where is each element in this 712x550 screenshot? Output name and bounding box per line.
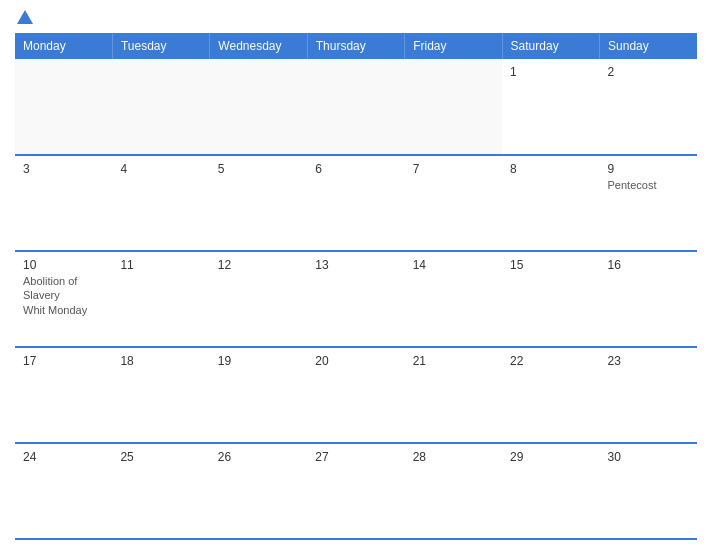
holiday-label: Pentecost bbox=[608, 178, 689, 192]
calendar-cell: 26 bbox=[210, 443, 307, 539]
holiday-label: Abolition of Slavery bbox=[23, 274, 104, 303]
calendar-cell: 10Abolition of Slavery Whit Monday bbox=[15, 251, 112, 347]
day-number: 26 bbox=[218, 450, 299, 464]
weekday-header-monday: Monday bbox=[15, 33, 112, 59]
logo bbox=[15, 10, 33, 25]
calendar-cell: 27 bbox=[307, 443, 404, 539]
day-number: 6 bbox=[315, 162, 396, 176]
day-number: 21 bbox=[413, 354, 494, 368]
calendar-cell: 24 bbox=[15, 443, 112, 539]
day-number: 22 bbox=[510, 354, 591, 368]
calendar-cell: 15 bbox=[502, 251, 599, 347]
day-number: 19 bbox=[218, 354, 299, 368]
weekday-header-thursday: Thursday bbox=[307, 33, 404, 59]
week-row-5: 24252627282930 bbox=[15, 443, 697, 539]
weekday-header-saturday: Saturday bbox=[502, 33, 599, 59]
calendar-cell bbox=[210, 59, 307, 155]
calendar-table: MondayTuesdayWednesdayThursdayFridaySatu… bbox=[15, 33, 697, 540]
calendar-cell: 28 bbox=[405, 443, 502, 539]
calendar-cell: 11 bbox=[112, 251, 209, 347]
day-number: 25 bbox=[120, 450, 201, 464]
calendar-cell: 1 bbox=[502, 59, 599, 155]
calendar-cell: 4 bbox=[112, 155, 209, 251]
calendar-cell: 18 bbox=[112, 347, 209, 443]
day-number: 7 bbox=[413, 162, 494, 176]
calendar-cell bbox=[15, 59, 112, 155]
calendar-cell: 30 bbox=[600, 443, 697, 539]
calendar-cell bbox=[112, 59, 209, 155]
day-number: 18 bbox=[120, 354, 201, 368]
calendar-cell: 29 bbox=[502, 443, 599, 539]
day-number: 3 bbox=[23, 162, 104, 176]
calendar-cell: 23 bbox=[600, 347, 697, 443]
day-number: 14 bbox=[413, 258, 494, 272]
weekday-header-tuesday: Tuesday bbox=[112, 33, 209, 59]
calendar-cell: 25 bbox=[112, 443, 209, 539]
day-number: 5 bbox=[218, 162, 299, 176]
calendar-cell bbox=[405, 59, 502, 155]
day-number: 28 bbox=[413, 450, 494, 464]
calendar-container: MondayTuesdayWednesdayThursdayFridaySatu… bbox=[0, 0, 712, 550]
week-row-4: 17181920212223 bbox=[15, 347, 697, 443]
day-number: 11 bbox=[120, 258, 201, 272]
weekday-header-row: MondayTuesdayWednesdayThursdayFridaySatu… bbox=[15, 33, 697, 59]
day-number: 9 bbox=[608, 162, 689, 176]
holiday-label: Whit Monday bbox=[23, 303, 104, 317]
day-number: 23 bbox=[608, 354, 689, 368]
day-number: 13 bbox=[315, 258, 396, 272]
calendar-cell: 3 bbox=[15, 155, 112, 251]
weekday-header-sunday: Sunday bbox=[600, 33, 697, 59]
calendar-cell bbox=[307, 59, 404, 155]
calendar-cell: 21 bbox=[405, 347, 502, 443]
weekday-header-wednesday: Wednesday bbox=[210, 33, 307, 59]
calendar-cell: 5 bbox=[210, 155, 307, 251]
day-number: 27 bbox=[315, 450, 396, 464]
calendar-cell: 6 bbox=[307, 155, 404, 251]
day-number: 17 bbox=[23, 354, 104, 368]
day-number: 1 bbox=[510, 65, 591, 79]
week-row-2: 3456789Pentecost bbox=[15, 155, 697, 251]
calendar-cell: 8 bbox=[502, 155, 599, 251]
day-number: 24 bbox=[23, 450, 104, 464]
calendar-cell: 12 bbox=[210, 251, 307, 347]
calendar-cell: 9Pentecost bbox=[600, 155, 697, 251]
calendar-header bbox=[15, 10, 697, 25]
day-number: 12 bbox=[218, 258, 299, 272]
day-number: 4 bbox=[120, 162, 201, 176]
calendar-cell: 19 bbox=[210, 347, 307, 443]
day-number: 8 bbox=[510, 162, 591, 176]
calendar-cell: 17 bbox=[15, 347, 112, 443]
calendar-cell: 14 bbox=[405, 251, 502, 347]
day-number: 2 bbox=[608, 65, 689, 79]
day-number: 20 bbox=[315, 354, 396, 368]
week-row-1: 12 bbox=[15, 59, 697, 155]
weekday-header-friday: Friday bbox=[405, 33, 502, 59]
day-number: 29 bbox=[510, 450, 591, 464]
day-number: 16 bbox=[608, 258, 689, 272]
calendar-cell: 20 bbox=[307, 347, 404, 443]
calendar-cell: 2 bbox=[600, 59, 697, 155]
calendar-cell: 13 bbox=[307, 251, 404, 347]
day-number: 15 bbox=[510, 258, 591, 272]
calendar-cell: 22 bbox=[502, 347, 599, 443]
day-number: 10 bbox=[23, 258, 104, 272]
day-number: 30 bbox=[608, 450, 689, 464]
week-row-3: 10Abolition of Slavery Whit Monday111213… bbox=[15, 251, 697, 347]
logo-triangle-icon bbox=[17, 10, 33, 24]
calendar-cell: 16 bbox=[600, 251, 697, 347]
calendar-cell: 7 bbox=[405, 155, 502, 251]
